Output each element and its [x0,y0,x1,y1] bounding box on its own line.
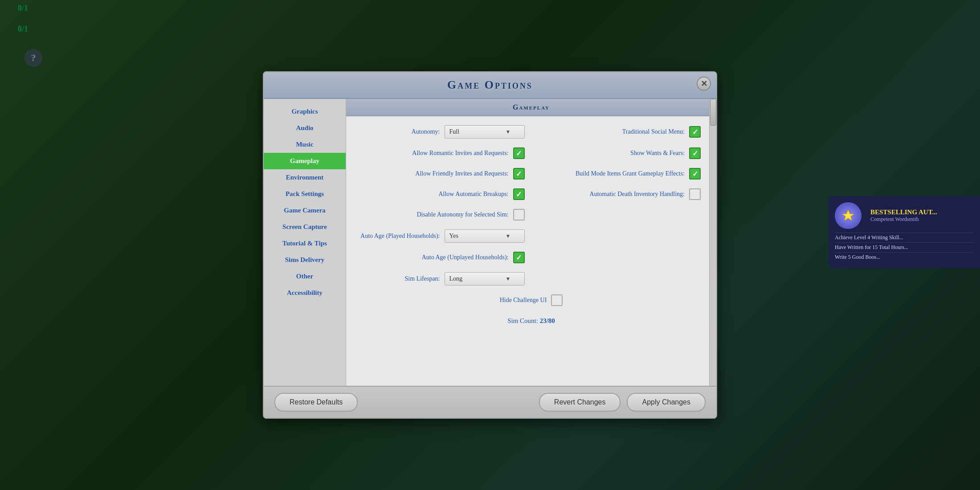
sidebar-item-screen-capture[interactable]: Screen Capture [264,219,346,235]
side-panel-items: Achieve Level 4 Writing Skill... Have Wr… [835,233,974,262]
achievement-panel: Bestselling Aut... Competent Wordsmith A… [829,196,980,268]
automatic-death-inventory-label: Automatic Death Inventory Handling: [590,191,685,198]
traditional-social-menu-label: Traditional Social Menu: [622,128,685,135]
allow-automatic-breakups-checkbox[interactable] [513,188,525,200]
auto-age-played-label: Auto Age (Played Households): [360,233,440,240]
auto-age-unplayed-setting: Auto Age (Unplayed Households): [355,247,531,268]
scrollbar-track[interactable] [709,99,716,386]
auto-age-played-value: Yes [449,233,458,240]
allow-automatic-breakups-label: Allow Automatic Breakups: [438,191,508,198]
placeholder-right [531,204,708,225]
sidebar-item-game-camera[interactable]: Game Camera [264,202,346,219]
sidebar-item-sims-delivery[interactable]: Sims Delivery [264,252,346,268]
sim-count-value: 23/80 [540,317,555,324]
side-panel-title: Bestselling Aut... [870,208,937,216]
build-mode-items-checkbox[interactable] [689,168,701,180]
allow-romantic-invites-label: Allow Romantic Invites and Requests: [412,150,508,157]
allow-romantic-invites-setting: Allow Romantic Invites and Requests: [355,143,531,163]
autonomy-arrow-icon: ▼ [506,129,511,135]
side-panel-subtitle: Competent Wordsmith [870,216,937,223]
sim-lifespan-arrow-icon: ▼ [506,276,511,282]
game-options-modal: Game Options ✕ Graphics Audio Music Game… [263,71,717,419]
traditional-social-menu-setting: Traditional Social Menu: [531,121,708,143]
achievement-icon [835,202,862,229]
autonomy-label: Autonomy: [412,128,440,135]
sim-lifespan-label: Sim Lifespan: [405,275,440,282]
hide-challenge-ui-label: Hide Challenge UI [500,297,547,304]
restore-defaults-button[interactable]: Restore Defaults [274,393,358,412]
autonomy-value: Full [449,128,460,135]
sidebar-item-audio[interactable]: Audio [264,120,346,136]
disable-autonomy-checkbox[interactable] [513,209,525,220]
apply-changes-button[interactable]: Apply Changes [627,393,706,412]
modal-title: Game Options [447,78,533,91]
auto-age-played-dropdown[interactable]: Yes ▼ [445,229,525,243]
modal-header: Game Options ✕ [264,72,716,99]
placeholder-right4 [531,268,708,290]
allow-automatic-breakups-setting: Allow Automatic Breakups: [355,184,531,204]
auto-age-played-arrow-icon: ▼ [506,233,511,240]
hide-challenge-ui-setting: Hide Challenge UI [355,290,707,310]
show-wants-fears-label: Show Wants & Fears: [630,150,685,157]
placeholder-right2 [531,225,708,247]
traditional-social-menu-checkbox[interactable] [689,126,701,138]
modal-body: Graphics Audio Music Gameplay Environmen… [264,99,716,386]
sidebar-item-tutorial-tips[interactable]: Tutorial & Tips [264,235,346,252]
sidebar-item-music[interactable]: Music [264,136,346,153]
allow-friendly-invites-setting: Allow Friendly Invites and Requests: [355,163,531,184]
show-wants-fears-setting: Show Wants & Fears: [531,143,708,163]
achievement-item-1: Achieve Level 4 Writing Skill... [835,233,974,242]
auto-age-unplayed-label: Auto Age (Unplayed Households): [422,254,509,261]
sidebar-item-graphics[interactable]: Graphics [264,103,346,120]
svg-marker-0 [842,209,854,221]
allow-friendly-invites-label: Allow Friendly Invites and Requests: [415,170,508,177]
sim-lifespan-value: Long [449,275,463,282]
sim-lifespan-setting: Sim Lifespan: Long ▼ [355,268,531,290]
scrollbar-thumb[interactable] [710,99,716,126]
sim-lifespan-dropdown[interactable]: Long ▼ [445,272,525,286]
sidebar-item-accessibility[interactable]: Accessibility [264,285,346,301]
sidebar-item-pack-settings[interactable]: Pack Settings [264,186,346,202]
content-area: Gameplay Autonomy: Full ▼ Traditional So… [346,99,716,386]
auto-age-played-setting: Auto Age (Played Households): Yes ▼ [355,225,531,247]
hide-challenge-ui-checkbox[interactable] [551,294,563,306]
settings-grid: Autonomy: Full ▼ Traditional Social Menu… [346,116,716,336]
build-mode-items-label: Build Mode Items Grant Gameplay Effects: [576,170,685,177]
sidebar-item-environment[interactable]: Environment [264,169,346,186]
automatic-death-inventory-checkbox[interactable] [689,188,701,200]
auto-age-unplayed-checkbox[interactable] [513,252,525,263]
autonomy-setting: Autonomy: Full ▼ [355,121,531,143]
sidebar-item-other[interactable]: Other [264,268,346,285]
sim-count-label: Sim Count: [507,317,538,324]
placeholder-right3 [531,247,708,268]
show-wants-fears-checkbox[interactable] [689,147,701,159]
modal-footer: Restore Defaults Revert Changes Apply Ch… [264,386,716,418]
automatic-death-inventory-setting: Automatic Death Inventory Handling: [531,184,708,204]
autonomy-dropdown[interactable]: Full ▼ [445,125,525,139]
revert-changes-button[interactable]: Revert Changes [539,393,621,412]
allow-romantic-invites-checkbox[interactable] [513,147,525,159]
close-button[interactable]: ✕ [697,77,711,91]
sidebar-item-gameplay[interactable]: Gameplay [264,153,346,169]
achievement-item-3: Write 5 Good Boos... [835,252,974,262]
allow-friendly-invites-checkbox[interactable] [513,168,525,180]
sim-count-row: Sim Count: 23/80 [355,310,707,331]
section-header: Gameplay [346,99,716,116]
achievement-item-2: Have Written for 15 Total Hours... [835,242,974,252]
disable-autonomy-label: Disable Autonomy for Selected Sim: [416,211,508,218]
build-mode-items-setting: Build Mode Items Grant Gameplay Effects: [531,163,708,184]
disable-autonomy-setting: Disable Autonomy for Selected Sim: [355,204,531,225]
sidebar: Graphics Audio Music Gameplay Environmen… [264,99,346,386]
